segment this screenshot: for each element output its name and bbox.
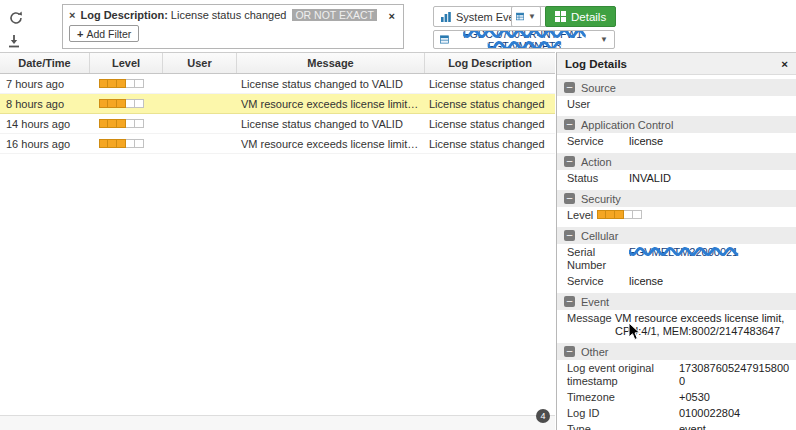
cell-log-description: License status changed <box>425 78 555 90</box>
filter-row-2: + Add Filter <box>63 22 403 42</box>
detail-label: Timezone <box>567 391 679 404</box>
section-title: Security <box>581 193 621 205</box>
filter-field-label: Log Description: <box>80 9 167 21</box>
collapse-icon[interactable]: – <box>564 230 575 241</box>
cell-level <box>90 118 163 130</box>
cell-datetime: 7 hours ago <box>0 78 90 90</box>
collapse-icon[interactable]: – <box>564 156 575 167</box>
download-button[interactable] <box>2 31 26 51</box>
detail-row: Log event original timestamp173087605247… <box>557 360 796 389</box>
detail-value <box>629 98 790 111</box>
table-row[interactable]: 14 hours agoLicense status changed to VA… <box>0 114 555 134</box>
col-header-level[interactable]: Level <box>90 53 163 73</box>
refresh-icon <box>9 11 23 25</box>
detail-value <box>597 209 790 222</box>
detail-row: Log ID0100022804 <box>557 405 796 421</box>
section-header-application-control[interactable]: –Application Control <box>557 116 796 133</box>
section-header-cellular[interactable]: –Cellular <box>557 227 796 244</box>
filter-pill: × Log Description: License status change… <box>63 5 403 22</box>
table-footer: 4 <box>0 415 555 430</box>
section-header-source[interactable]: –Source <box>557 79 796 96</box>
severity-level-bar <box>99 99 144 108</box>
cell-log-description: License status changed <box>425 118 555 130</box>
detail-label: Message <box>567 312 615 338</box>
detail-label: Log ID <box>567 407 679 420</box>
detail-row: Servicelicense <box>557 273 796 289</box>
detail-value: VM resource exceeds license limit, CPU:4… <box>615 312 790 338</box>
refresh-button[interactable] <box>4 8 28 28</box>
panel-header: Log Details × <box>557 53 796 75</box>
cell-message: VM resource exceeds license limit, CPU:4… <box>237 98 425 110</box>
filter-remove-icon[interactable]: × <box>69 9 75 21</box>
section-header-other[interactable]: –Other <box>557 343 796 360</box>
section-header-action[interactable]: –Action <box>557 153 796 170</box>
detail-label: Serial Number <box>567 246 629 272</box>
device-icon <box>440 34 449 45</box>
collapse-icon[interactable]: – <box>564 82 575 93</box>
section-title: Cellular <box>581 230 618 242</box>
app-root: × Log Description: License status change… <box>0 0 796 430</box>
cell-datetime: 8 hours ago <box>0 98 90 110</box>
collapse-icon[interactable]: – <box>564 193 575 204</box>
severity-level-bar <box>99 79 144 88</box>
detail-row: Typeevent <box>557 421 796 430</box>
detail-value: event <box>679 423 790 430</box>
section-title: Other <box>581 346 609 358</box>
section-header-event[interactable]: –Event <box>557 293 796 310</box>
collapse-icon[interactable]: – <box>564 119 575 130</box>
detail-label: Status <box>567 172 629 185</box>
detail-row: Timezone+0530 <box>557 389 796 405</box>
plus-icon: + <box>77 28 83 40</box>
filter-clear-icon[interactable]: × <box>389 10 395 22</box>
col-header-datetime[interactable]: Date/Time <box>0 53 90 73</box>
section-title: Event <box>581 296 609 308</box>
panel-close-icon[interactable]: × <box>781 58 788 70</box>
grid-icon <box>555 11 566 22</box>
severity-level-bar <box>99 139 144 148</box>
cell-level <box>90 78 163 90</box>
log-details-panel: Log Details × –SourceUser–Application Co… <box>556 52 796 430</box>
device-dropdown[interactable]: FGDC-0700-LR-INT-FW1-FGT-VMXNET3 ▼ <box>433 30 615 49</box>
table-header: Date/Time Level User Message Log Descrip… <box>0 53 555 74</box>
details-button[interactable]: Details <box>545 6 616 27</box>
detail-value: license <box>629 275 790 288</box>
detail-row: Servicelicense <box>557 133 796 149</box>
cell-log-description: License status changed <box>425 98 555 110</box>
add-filter-label: Add Filter <box>86 28 131 40</box>
cell-level <box>90 98 163 110</box>
detail-value: +0530 <box>679 391 790 404</box>
section-title: Application Control <box>581 119 673 131</box>
detail-label: Level <box>567 209 597 222</box>
section-title: Source <box>581 82 616 94</box>
filter-modifiers: OR NOT EXACT <box>292 9 377 21</box>
collapse-icon[interactable]: – <box>564 296 575 307</box>
cell-message: License status changed to VALID <box>237 118 425 130</box>
detail-label: Service <box>567 275 629 288</box>
download-icon <box>7 34 21 48</box>
detail-label: Type <box>567 423 679 430</box>
device-name-redacted: FGDC-0700-LR-INT-FW1-FGT-VMXNET3 <box>453 30 596 49</box>
detail-row: Level <box>557 207 796 223</box>
view-options-button[interactable]: ▼ <box>511 6 541 27</box>
table-row[interactable]: 16 hours agoVM resource exceeds license … <box>0 134 555 154</box>
add-filter-button[interactable]: + Add Filter <box>69 25 139 42</box>
cell-message: VM resource exceeds license limit, CPU:4… <box>237 138 425 150</box>
filter-box: × Log Description: License status change… <box>62 4 404 49</box>
table-row[interactable]: 7 hours agoLicense status changed to VAL… <box>0 74 555 94</box>
filter-value: License status changed <box>171 9 287 21</box>
panel-sections: –SourceUser–Application ControlServiceli… <box>557 79 796 430</box>
table-view-icon <box>516 11 524 22</box>
cell-log-description: License status changed <box>425 138 555 150</box>
panel-title: Log Details <box>565 58 627 70</box>
section-header-security[interactable]: –Security <box>557 190 796 207</box>
detail-row: User <box>557 96 796 112</box>
col-header-message[interactable]: Message <box>237 53 425 73</box>
bar-chart-icon <box>440 11 452 23</box>
cell-datetime: 14 hours ago <box>0 118 90 130</box>
col-header-user[interactable]: User <box>163 53 237 73</box>
col-header-log-description[interactable]: Log Description <box>425 53 555 73</box>
chevron-down-icon: ▼ <box>600 35 608 44</box>
table-row[interactable]: 8 hours agoVM resource exceeds license l… <box>0 94 555 114</box>
severity-level-bar <box>99 119 144 128</box>
collapse-icon[interactable]: – <box>564 346 575 357</box>
